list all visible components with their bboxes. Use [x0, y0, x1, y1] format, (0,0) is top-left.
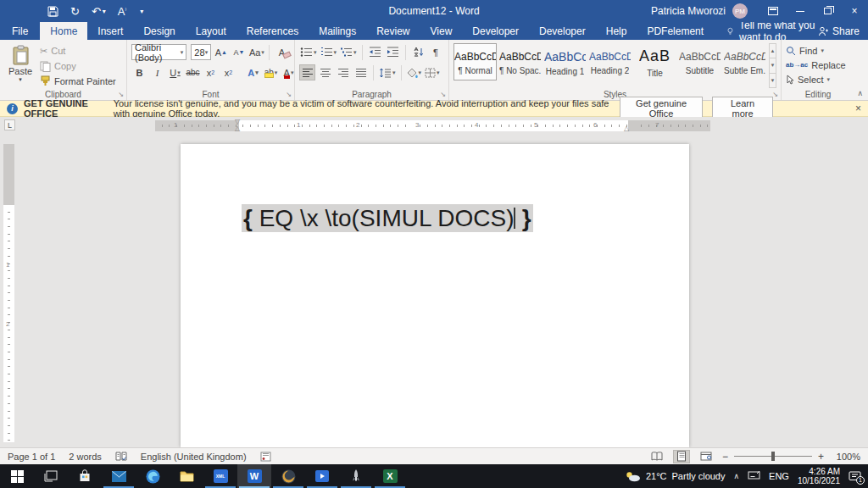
document-page[interactable]: { EQ \x \to(SIMUL DOCS) } [181, 144, 689, 447]
numbering-button[interactable]: ▾ [320, 44, 338, 60]
select-button[interactable]: Select▾ [786, 72, 850, 86]
zoom-level[interactable]: 100% [832, 452, 860, 462]
tab-developer-1[interactable]: Developer [462, 22, 529, 40]
zoom-slider-track[interactable] [734, 456, 812, 457]
weather-widget[interactable]: 21°C Partly cloudy [625, 471, 726, 482]
format-painter-button[interactable]: Format Painter [40, 74, 116, 88]
restore-button[interactable] [814, 0, 841, 22]
font-dialog-launcher-icon[interactable]: ↘ [286, 91, 292, 98]
clear-formatting-button[interactable]: A [274, 44, 290, 60]
microsoft-store-button[interactable] [68, 464, 102, 488]
find-button[interactable]: Find▾ [786, 43, 850, 58]
shading-button[interactable]: ▾ [406, 64, 423, 80]
style-subtitle[interactable]: AaBbCcD Subtitle [678, 43, 721, 80]
ribbon-display-options-button[interactable] [760, 0, 787, 22]
task-view-button[interactable] [34, 464, 68, 488]
line-spacing-button[interactable]: ▾ [378, 64, 397, 80]
share-button[interactable]: Share [818, 22, 860, 40]
show-hidden-icons-chevron[interactable]: ∧ [734, 472, 740, 480]
bullets-button[interactable]: ▾ [299, 44, 318, 60]
word-taskbar-button[interactable]: W [237, 464, 271, 488]
page-indicator[interactable]: Page 1 of 1 [8, 452, 55, 462]
banner-close-icon[interactable]: × [855, 103, 861, 114]
start-button[interactable] [0, 464, 34, 488]
tab-home[interactable]: Home [40, 22, 87, 40]
movies-tv-button[interactable] [305, 464, 339, 488]
read-mode-button[interactable] [648, 450, 665, 463]
tab-help[interactable]: Help [596, 22, 637, 40]
action-center-button[interactable]: 1 [849, 471, 861, 482]
tab-developer-2[interactable]: Developer [529, 22, 596, 40]
underline-button[interactable]: U▾ [167, 64, 183, 80]
style-no-spacing[interactable]: AaBbCcDc ¶ No Spac... [498, 43, 542, 80]
style-title[interactable]: AaB Title [633, 43, 676, 80]
sort-button[interactable] [410, 44, 426, 60]
tab-insert[interactable]: Insert [87, 22, 133, 40]
style-gallery-more-icon[interactable]: ▼ [770, 74, 776, 87]
rocket-app-button[interactable] [339, 464, 373, 488]
show-hide-formatting-button[interactable]: ¶ [428, 44, 444, 60]
align-center-button[interactable] [317, 64, 333, 80]
tab-mailings[interactable]: Mailings [309, 22, 366, 40]
grow-font-button[interactable]: A▲ [213, 44, 229, 60]
tab-stop-selector[interactable]: L [4, 119, 15, 130]
mail-button[interactable] [102, 464, 136, 488]
style-heading-2[interactable]: AaBbCcD Heading 2 [588, 43, 632, 80]
text-highlight-button[interactable]: ab▾ [263, 64, 279, 80]
avatar[interactable]: PM [732, 3, 748, 19]
zoom-slider-thumb[interactable] [771, 452, 775, 461]
macro-record-icon[interactable] [260, 452, 271, 462]
style-subtle-emphasis[interactable]: AaBbCcDc Subtle Em... [723, 43, 766, 80]
minimize-button[interactable] [787, 0, 814, 22]
right-indent-marker[interactable]: △ [624, 125, 629, 132]
customize-qat-icon[interactable]: ▾ [140, 8, 143, 15]
style-scroll-down-icon[interactable]: ▼ [770, 58, 776, 73]
field-code-text[interactable]: { EQ \x \to(SIMUL DOCS) } [242, 205, 533, 232]
styles-dialog-launcher-icon[interactable]: ↘ [772, 91, 778, 98]
collapse-ribbon-icon[interactable]: ∧ [857, 89, 863, 97]
touch-keyboard-icon[interactable] [748, 470, 760, 482]
zoom-out-icon[interactable]: − [722, 451, 728, 463]
file-explorer-button[interactable] [170, 464, 203, 488]
text-effects-button[interactable]: A▾ [245, 64, 261, 80]
tab-design[interactable]: Design [133, 22, 185, 40]
italic-button[interactable]: I [149, 64, 165, 80]
align-left-button[interactable] [299, 64, 315, 80]
print-layout-button[interactable] [673, 450, 690, 463]
account-name[interactable]: Patricia Mworozi [651, 5, 726, 17]
tab-file[interactable]: File [0, 22, 40, 40]
word-count[interactable]: 2 words [69, 452, 102, 462]
read-aloud-icon[interactable]: A⁾ [118, 5, 126, 18]
style-normal[interactable]: AaBbCcDc ¶ Normal [453, 43, 497, 80]
cut-button[interactable]: ✂ Cut [40, 44, 116, 58]
paste-button[interactable]: Paste ▾ [4, 43, 36, 88]
paragraph-dialog-launcher-icon[interactable]: ↘ [440, 91, 446, 98]
save-icon[interactable] [47, 6, 58, 17]
style-heading-1[interactable]: AaBbCc Heading 1 [543, 43, 587, 80]
tab-view[interactable]: View [420, 22, 463, 40]
tab-review[interactable]: Review [366, 22, 420, 40]
shrink-font-button[interactable]: A▼ [231, 44, 247, 60]
hanging-indent-marker[interactable]: △ [235, 125, 240, 132]
clipboard-dialog-launcher-icon[interactable]: ↘ [118, 91, 124, 98]
excel-taskbar-button[interactable]: X [373, 464, 407, 488]
edge-browser-button[interactable] [136, 464, 170, 488]
input-language[interactable]: ENG [769, 471, 789, 481]
web-layout-button[interactable] [698, 450, 715, 463]
font-size-combobox[interactable]: 28 ▾ [191, 44, 211, 60]
tab-pdfelement[interactable]: PDFelement [637, 22, 714, 40]
undo-icon[interactable]: ↶▾ [92, 5, 106, 18]
copy-button[interactable]: Copy [40, 59, 116, 74]
bold-button[interactable]: B [131, 64, 147, 80]
repeat-icon[interactable]: ↻ [70, 5, 80, 18]
close-button[interactable]: × [841, 0, 868, 22]
language-indicator[interactable]: English (United Kingdom) [141, 452, 247, 462]
align-right-button[interactable] [335, 64, 351, 80]
style-scroll-up-icon[interactable]: ▲ [770, 44, 776, 58]
vertical-ruler[interactable]: 1 2 [3, 144, 14, 442]
subscript-button[interactable]: x2 [203, 64, 219, 80]
replace-button[interactable]: ab→ac Replace [786, 58, 850, 72]
firefox-button[interactable] [271, 464, 305, 488]
superscript-button[interactable]: x2 [220, 64, 236, 80]
change-case-button[interactable]: Aa▾ [248, 44, 264, 60]
